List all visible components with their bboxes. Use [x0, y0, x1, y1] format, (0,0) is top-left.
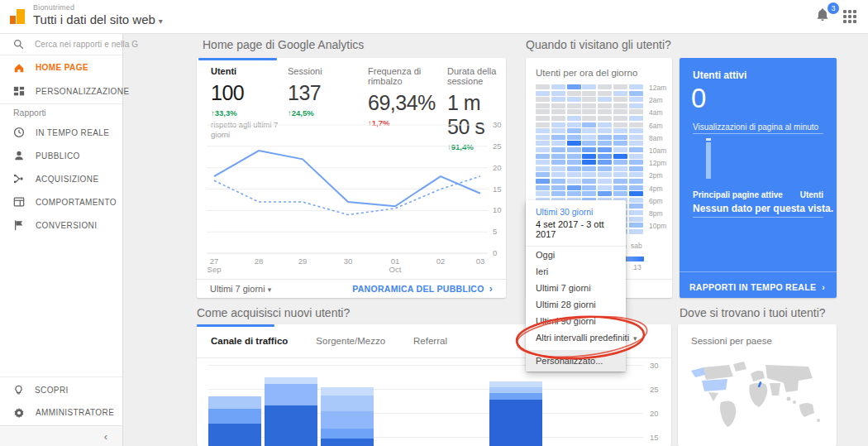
sidebar-item-realtime[interactable]: IN TEMPO REALE	[0, 121, 122, 144]
date-range-selector[interactable]: Ultimi 7 giorni ▾	[210, 284, 271, 294]
heatmap-cell	[629, 128, 643, 133]
sidebar-item-customization[interactable]: PERSONALIZZAZIONE	[0, 79, 122, 103]
heatmap-cell	[567, 128, 581, 133]
heatmap-cell	[613, 166, 627, 171]
sidebar-collapse[interactable]: ‹	[0, 425, 122, 446]
dropdown-item-more-ranges[interactable]: Altri intervalli predefiniti▾	[526, 329, 626, 346]
heatmap-cell	[567, 97, 581, 102]
dropdown-item-custom[interactable]: Personalizzato...	[526, 350, 626, 372]
heatmap-cell	[536, 147, 550, 152]
heatmap-cell	[598, 160, 612, 165]
heatmap-cell	[613, 160, 627, 165]
heatmap-cell	[582, 172, 596, 177]
heatmap-cell	[613, 91, 627, 96]
account-selector[interactable]: Bionutrimed Tutti i dati del sito web▾	[33, 3, 163, 26]
heatmap-cell	[536, 141, 550, 146]
heatmap-cell	[598, 172, 612, 177]
line-series-periodo-precedente	[214, 176, 480, 215]
analytics-dashboard: Bionutrimed Tutti i dati del sito web▾ 3…	[0, 0, 868, 446]
heatmap-cell	[536, 154, 550, 159]
dropdown-selected-label: Ultimi 30 giorni	[526, 205, 626, 217]
heatmap-cell	[629, 204, 643, 209]
chevron-right-icon: ›	[822, 282, 825, 292]
audience-overview-link[interactable]: PANORAMICA DEL PUBBLICO›	[352, 283, 493, 295]
heatmap-cell	[582, 179, 596, 184]
heatmap-cell	[551, 103, 565, 108]
heatmap-cell	[598, 166, 612, 171]
heatmap-cell	[613, 185, 627, 190]
heatmap-cell	[551, 135, 565, 140]
heatmap-cell	[551, 91, 565, 96]
heatmap-cell	[536, 160, 550, 165]
svg-text:Sep: Sep	[207, 265, 222, 274]
active-users-value: 0	[691, 83, 706, 114]
svg-text:30: 30	[344, 257, 353, 266]
heatmap-cell	[598, 179, 612, 184]
heatmap-cell	[551, 179, 565, 184]
heatmap-cell	[567, 84, 581, 89]
svg-text:28: 28	[255, 257, 264, 266]
heatmap-cell	[567, 103, 581, 108]
svg-text:15: 15	[493, 185, 502, 194]
sidebar-item-audience[interactable]: PUBBLICO	[0, 144, 122, 167]
heatmap-cell	[536, 128, 550, 133]
dropdown-item-ultimi-90-giorni[interactable]: Ultimi 90 giorni	[526, 313, 626, 329]
heatmap-cell	[629, 229, 643, 234]
sidebar-item-admin[interactable]: AMMINISTRATORE	[0, 401, 122, 424]
sidebar-item-discover[interactable]: SCOPRI	[0, 379, 122, 401]
heatmap-cell	[551, 84, 565, 89]
clock-icon	[13, 127, 25, 138]
heatmap-cell	[567, 135, 581, 140]
bar-chart-ytick: 15	[650, 433, 659, 442]
sidebar-item-acquisition[interactable]: ACQUISIZIONE	[0, 167, 122, 190]
sidebar-item-conversions[interactable]: CONVERSIONI	[0, 213, 122, 237]
dropdown-item-ultimi-28-giorni[interactable]: Ultimi 28 giorni	[526, 296, 626, 313]
svg-text:5: 5	[493, 227, 497, 236]
top-bar: Bionutrimed Tutti i dati del sito web▾ 3	[0, 0, 868, 34]
active-metric-indicator	[198, 58, 277, 60]
heatmap-cell	[567, 147, 581, 152]
heatmap-cell	[536, 185, 550, 190]
heatmap-cell	[629, 103, 643, 108]
apps-grid-icon[interactable]	[843, 10, 856, 23]
dropdown-item-ieri[interactable]: Ieri	[526, 263, 626, 280]
realtime-reports-link[interactable]: RAPPORTI IN TEMPO REALE›	[689, 282, 825, 292]
svg-text:0: 0	[493, 248, 497, 257]
caret-down-icon: ▾	[159, 17, 163, 26]
heatmap-cell	[598, 103, 612, 108]
heatmap-cell	[613, 103, 627, 108]
heatmap-cell	[536, 116, 550, 121]
heatmap-cell	[582, 84, 596, 89]
svg-text:25: 25	[493, 141, 502, 151]
heatmap-cell	[613, 141, 627, 146]
sessions-by-country-label: Sessioni per paese	[691, 336, 772, 346]
property-name[interactable]: Tutti i dati del sito web▾	[33, 12, 163, 26]
flag-icon	[13, 219, 25, 231]
heatmap-cell	[598, 97, 612, 102]
heatmap-cell	[551, 160, 565, 165]
heatmap-cell	[567, 179, 581, 184]
heatmap-cell	[629, 154, 643, 159]
bar-segment	[489, 387, 542, 393]
heatmap-hour-label: 4am	[649, 108, 663, 117]
heatmap-cell	[551, 185, 565, 190]
sidebar-item-behavior[interactable]: COMPORTAMENTO	[0, 190, 122, 213]
dropdown-item-oggi[interactable]: Oggi	[526, 247, 626, 263]
search-input[interactable]: Cerca nei rapporti e nella G	[0, 33, 122, 55]
notifications-button[interactable]: 3	[815, 7, 833, 26]
heatmap-cell	[582, 109, 596, 114]
svg-text:Oct: Oct	[389, 265, 402, 274]
dropdown-item-ultimi-7-giorni[interactable]: Ultimi 7 giorni	[526, 280, 626, 296]
bar-segment	[208, 396, 261, 409]
heatmap-cell	[582, 191, 596, 196]
home-icon	[13, 62, 25, 74]
heatmap-cell	[598, 135, 612, 140]
active-users-label: Utenti attivi	[693, 70, 746, 81]
sidebar: Cerca nei rapporti e nella G HOME PAGE P…	[0, 33, 123, 446]
sidebar-item-home[interactable]: HOME PAGE	[0, 55, 122, 79]
heatmap-cell	[551, 128, 565, 133]
heatmap-cell	[598, 191, 612, 196]
heatmap-cell	[629, 217, 643, 222]
realtime-card: Utenti attivi 0 Visualizzazioni di pagin…	[680, 58, 837, 298]
behavior-icon	[13, 196, 25, 208]
